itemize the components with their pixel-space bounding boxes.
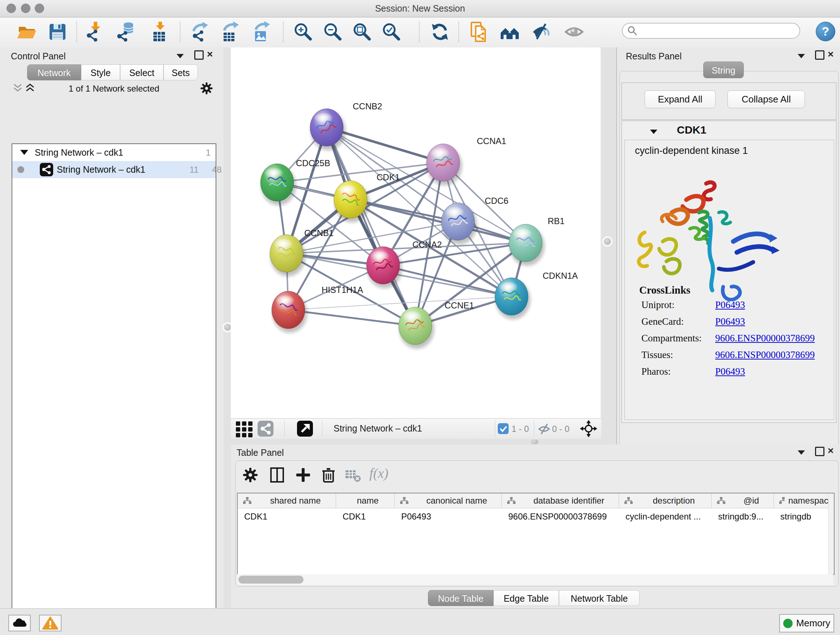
control-panel: Control Panel × Network Style Select Set… bbox=[0, 48, 224, 608]
search-field[interactable] bbox=[622, 23, 800, 39]
export-network-icon[interactable] bbox=[190, 21, 212, 43]
tab-network-table[interactable]: Network Table bbox=[559, 590, 639, 606]
column-header-id[interactable]: @id bbox=[712, 494, 774, 508]
panel-menu-icon[interactable] bbox=[177, 54, 184, 58]
collapse-all-icon[interactable] bbox=[13, 84, 22, 94]
memory-button[interactable]: Memory bbox=[779, 614, 834, 632]
tab-sets[interactable]: Sets bbox=[164, 65, 198, 80]
crosslink-compartments[interactable]: 9606.ENSP00000378699 bbox=[715, 333, 815, 344]
crosslink-genecard[interactable]: P06493 bbox=[715, 316, 745, 327]
splitter-grab-dot[interactable] bbox=[604, 238, 611, 245]
splitter-grab-dot[interactable] bbox=[224, 324, 231, 331]
column-header-shared-name[interactable]: shared name bbox=[238, 494, 336, 508]
collection-expand-icon[interactable] bbox=[20, 150, 28, 155]
create-column-plus-icon[interactable] bbox=[295, 467, 311, 485]
tab-string[interactable]: String bbox=[703, 62, 744, 78]
selected-checkbox-icon[interactable] bbox=[498, 423, 508, 434]
panel-close-icon[interactable]: × bbox=[828, 447, 834, 455]
tab-style[interactable]: Style bbox=[81, 65, 120, 80]
delete-column-trash-icon[interactable] bbox=[320, 467, 337, 485]
table-settings-gear-icon[interactable] bbox=[242, 467, 259, 485]
panel-float-icon[interactable] bbox=[815, 447, 824, 456]
panel-close-icon[interactable]: × bbox=[207, 50, 213, 58]
panel-menu-icon[interactable] bbox=[798, 450, 805, 455]
table-horizontal-scrollbar[interactable] bbox=[237, 574, 833, 585]
cell-database-identifier[interactable]: 9606.ENSP00000378699 bbox=[502, 508, 619, 525]
node-label: CDC25B bbox=[296, 158, 330, 168]
left-splitter[interactable] bbox=[224, 48, 231, 608]
cloud-button[interactable] bbox=[8, 615, 31, 631]
zoom-selected-icon[interactable] bbox=[381, 21, 402, 43]
column-header-description[interactable]: description bbox=[619, 494, 712, 508]
network-share-view-icon[interactable] bbox=[257, 421, 273, 437]
table-vertical-scrollbar[interactable] bbox=[829, 494, 834, 574]
cell-shared-name[interactable]: CDK1 bbox=[238, 508, 336, 525]
show-columns-icon[interactable] bbox=[269, 467, 286, 485]
import-network-file-icon[interactable] bbox=[84, 21, 106, 43]
hidden-eye-icon bbox=[538, 423, 551, 437]
network-collection-row[interactable]: String Network – cdk1 1 bbox=[12, 144, 216, 161]
ndex-file-share-icon[interactable] bbox=[469, 21, 490, 43]
delete-table-icon[interactable] bbox=[345, 468, 362, 484]
warning-button[interactable] bbox=[39, 615, 62, 631]
panel-menu-icon[interactable] bbox=[798, 54, 805, 58]
import-network-database-icon[interactable] bbox=[115, 21, 137, 43]
expand-all-icon[interactable] bbox=[25, 84, 35, 94]
birdseye-crosshair-icon[interactable] bbox=[580, 420, 597, 439]
zoom-in-icon[interactable] bbox=[292, 21, 314, 43]
help-icon[interactable]: ? bbox=[816, 22, 835, 41]
grid-view-icon[interactable] bbox=[236, 421, 253, 439]
crosslinks-title: CrossLinks bbox=[639, 284, 690, 296]
apply-layout-refresh-icon[interactable] bbox=[429, 21, 451, 43]
node-label: CCNB1 bbox=[304, 228, 333, 238]
tab-network[interactable]: Network bbox=[27, 65, 81, 80]
hide-graphics-details-icon[interactable] bbox=[531, 21, 553, 43]
expand-all-button[interactable]: Expand All bbox=[645, 90, 715, 108]
cell-canonical-name[interactable]: P06493 bbox=[395, 508, 502, 525]
open-session-icon[interactable] bbox=[16, 21, 38, 43]
panel-float-icon[interactable] bbox=[194, 50, 204, 60]
show-graphics-details-icon[interactable] bbox=[564, 21, 585, 43]
toolbar-separator bbox=[76, 22, 77, 42]
protein-structure-image[interactable] bbox=[628, 178, 831, 301]
panel-float-icon[interactable] bbox=[815, 50, 824, 60]
column-header-namespace[interactable]: namespace bbox=[774, 494, 833, 508]
export-table-icon[interactable] bbox=[220, 21, 242, 43]
scrollbar-thumb[interactable] bbox=[238, 576, 303, 584]
column-header-database-identifier[interactable]: database identifier bbox=[502, 494, 619, 508]
cell-name[interactable]: CDK1 bbox=[336, 508, 395, 525]
open-view-external-icon[interactable] bbox=[297, 421, 313, 437]
save-session-icon[interactable] bbox=[47, 21, 68, 43]
crosslink-tissues[interactable]: 9606.ENSP00000378699 bbox=[715, 349, 815, 361]
crosslink-pharos[interactable]: P06493 bbox=[715, 366, 745, 377]
network-row-selected[interactable]: String Network – cdk1 11 48 bbox=[12, 161, 216, 178]
panel-close-icon[interactable]: × bbox=[828, 50, 834, 58]
tab-edge-table[interactable]: Edge Table bbox=[493, 590, 559, 606]
function-builder-icon[interactable]: f(x) bbox=[369, 465, 388, 481]
column-header-name[interactable]: name bbox=[336, 494, 395, 508]
view-toolbar-separator bbox=[322, 421, 322, 437]
table-row[interactable]: CDK1 CDK1 P06493 9606.ENSP00000378699 cy… bbox=[238, 508, 834, 525]
search-input[interactable] bbox=[638, 25, 795, 36]
tab-node-table[interactable]: Node Table bbox=[428, 590, 493, 606]
crosslink-uniprot[interactable]: P06493 bbox=[715, 299, 745, 310]
tab-select[interactable]: Select bbox=[120, 65, 164, 80]
crosslink-label: GeneCard: bbox=[641, 316, 684, 327]
zoom-fit-icon[interactable] bbox=[351, 21, 373, 43]
right-splitter[interactable] bbox=[601, 48, 617, 445]
zoom-out-icon[interactable] bbox=[322, 21, 344, 43]
collapse-all-button[interactable]: Collapse All bbox=[728, 90, 805, 108]
column-header-canonical-name[interactable]: canonical name bbox=[395, 494, 502, 508]
network-options-gear-icon[interactable] bbox=[200, 81, 213, 97]
export-image-icon[interactable] bbox=[251, 21, 272, 43]
hidden-counter: 0 - 0 bbox=[552, 424, 569, 434]
import-table-file-icon[interactable] bbox=[148, 21, 170, 43]
cell-id[interactable]: stringdb:9... bbox=[712, 508, 774, 525]
node-label: CCNB2 bbox=[353, 101, 382, 111]
section-collapse-icon[interactable] bbox=[650, 130, 657, 134]
splitter-grab-pill[interactable] bbox=[531, 440, 538, 444]
cell-description[interactable]: cyclin-dependent ... bbox=[619, 508, 712, 525]
cell-namespace[interactable]: stringdb bbox=[774, 508, 833, 525]
network-canvas[interactable]: CCNB2CCNA1CDC25BCDK1CDC6RB1CCNB1CCNA2CDK… bbox=[231, 48, 600, 418]
houses-icon[interactable] bbox=[499, 21, 521, 43]
